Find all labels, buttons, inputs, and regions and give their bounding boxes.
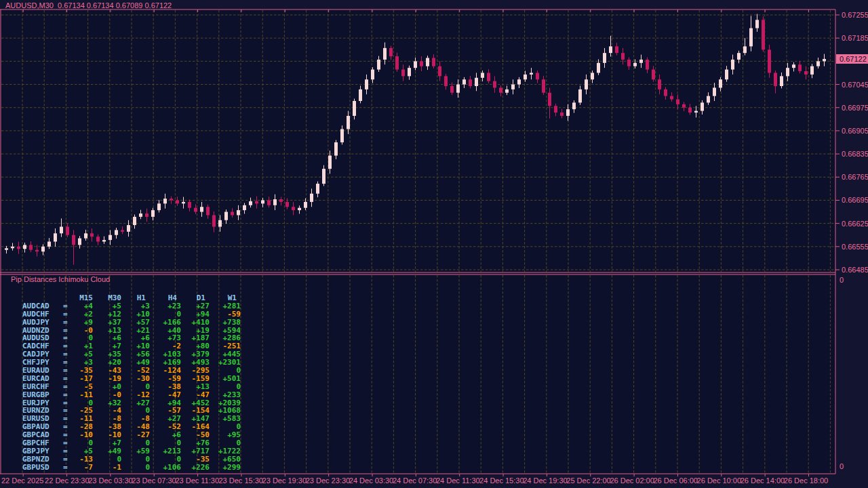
candle-up [823, 59, 826, 61]
candle-down [66, 227, 69, 235]
candle-down [450, 86, 454, 93]
candle-down [35, 250, 39, 251]
candle-down [279, 199, 283, 202]
candle-up [517, 79, 521, 84]
candle-up [5, 248, 8, 249]
pair-label: EURCHF [22, 383, 63, 391]
candle-up [566, 109, 570, 116]
candle-down [292, 207, 295, 210]
candle-up [694, 111, 698, 113]
candle-up [47, 241, 51, 246]
candle-down [438, 66, 441, 77]
pip-value-cell: -17 [74, 375, 93, 383]
time-axis-label: 22 Dec 2025 [1, 476, 43, 485]
pip-value-cell: -0 [93, 391, 121, 399]
indicator-axis-label: 0 [840, 462, 844, 470]
time-axis-label: 24 Dec 19:30 [523, 476, 567, 485]
pip-value-cell: -30 [121, 375, 150, 383]
candle-up [60, 227, 63, 234]
candle-down [652, 70, 655, 80]
candle-down [469, 79, 472, 86]
pip-value-cell: +166 [150, 319, 181, 327]
candle-down [621, 53, 625, 60]
pip-value-cell: -12 [121, 391, 150, 399]
candle-up [481, 73, 484, 77]
main-pane[interactable] [1, 10, 835, 272]
candle-down [798, 64, 802, 71]
pip-value-cell: -5 [74, 383, 93, 391]
candle-up [603, 53, 606, 63]
pip-value-cell: +10 [121, 310, 150, 319]
candle-down [255, 201, 258, 203]
time-axis-label: 22 Dec 23:30 [45, 476, 89, 485]
time-axis-label: 24 Dec 11:30 [436, 476, 480, 485]
candle-down [444, 76, 448, 86]
candle-up [792, 64, 795, 68]
pip-value-cell: -59 [210, 310, 241, 319]
price-axis-label: 0.67185 [842, 34, 868, 42]
pip-distance-table: M15M30H1H4D1W1AUDCAD=+4+5+3+23+27+281AUD… [22, 294, 241, 472]
current-price-value: 0.67122 [840, 55, 867, 63]
candle-up [371, 70, 374, 80]
candle-up [524, 75, 527, 79]
candle-down [804, 71, 808, 75]
time-axis-label: 24 Dec 07:30 [393, 476, 437, 485]
price-axis-label: 0.66765 [842, 173, 868, 181]
pip-value-cell: +226 [181, 464, 210, 472]
candle-up [151, 210, 155, 217]
pip-value-cell: 0 [150, 455, 181, 464]
candle-up [304, 202, 307, 208]
candle-up [414, 61, 417, 68]
candle-up [316, 184, 319, 194]
candle-up [347, 116, 350, 129]
candle-up [243, 205, 246, 210]
candle-up [84, 233, 87, 238]
candle-up [816, 61, 820, 66]
candle-up [23, 245, 26, 249]
time-axis-label: 26 Dec 14:00 [741, 476, 785, 485]
pair-label: GBPUSD [22, 464, 63, 472]
candle-up [633, 63, 637, 66]
pip-value-cell: +501 [210, 375, 241, 383]
symbol-ohlc-label: AUDUSD,M30 0.67134 0.67134 0.67089 0.671… [5, 1, 172, 9]
pip-value-cell: -59 [150, 375, 181, 383]
candle-down [206, 207, 210, 215]
pip-value-cell: -35 [181, 455, 210, 464]
price-axis-label: 0.66555 [842, 243, 868, 251]
pip-value-cell: +738 [210, 319, 241, 327]
pip-value-cell: +233 [210, 391, 241, 399]
pip-value-cell: 0 [150, 310, 181, 319]
time-axis-label: 23 Dec 07:30 [132, 476, 176, 485]
price-axis-label: 0.66975 [842, 104, 868, 112]
candle-up [530, 73, 533, 74]
time-axis-label: 24 Dec 03:30 [349, 476, 393, 485]
candle-up [322, 169, 326, 184]
candle-down [682, 104, 686, 108]
candle-up [365, 79, 368, 89]
pip-value-cell: +12 [93, 310, 121, 319]
candle-up [597, 63, 600, 73]
candle-down [401, 70, 405, 77]
candle-down [658, 79, 661, 89]
candle-up [591, 73, 594, 79]
candle-up [298, 208, 301, 210]
candle-up [340, 129, 344, 142]
pip-value-cell: +0 [93, 383, 121, 391]
pip-value-cell: +299 [210, 464, 241, 472]
candle-up [572, 102, 576, 109]
price-axis-label: 0.66695 [842, 196, 868, 204]
candle-down [499, 87, 502, 92]
candle-up [218, 220, 222, 227]
candle-up [139, 214, 142, 217]
pair-label: EURCAD [22, 375, 63, 383]
candle-down [145, 214, 149, 217]
pip-value-cell: -1 [93, 464, 121, 472]
pip-value-cell: +650 [210, 455, 241, 464]
price-axis-label: 0.66835 [842, 150, 868, 158]
candle-up [115, 230, 118, 235]
candle-down [670, 96, 673, 100]
pair-row: GBPUSD=-7-10+106+226+299 [22, 464, 241, 472]
candle-up [701, 102, 704, 110]
candle-up [224, 212, 228, 220]
pair-row: EURCAD=-17-19-30-59-159+501 [22, 375, 241, 383]
